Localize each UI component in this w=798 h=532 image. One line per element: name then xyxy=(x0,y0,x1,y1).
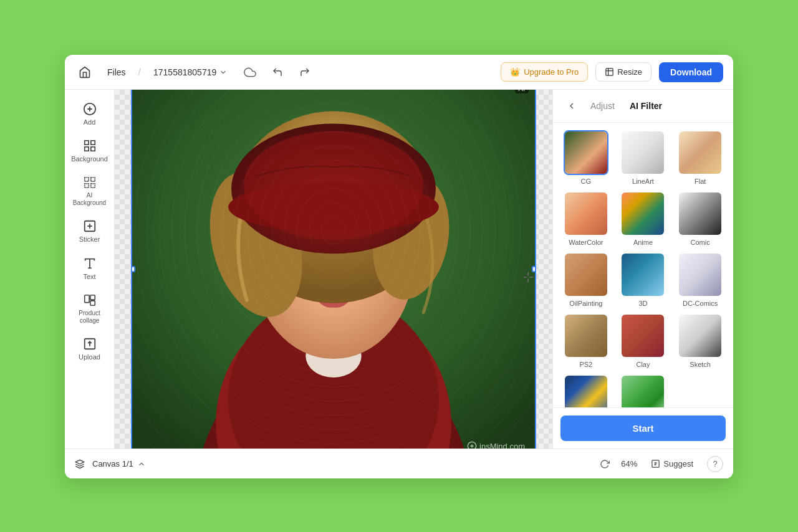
filter-label-watercolor: WaterColor xyxy=(569,239,603,246)
svg-point-45 xyxy=(359,251,365,257)
sidebar-item-product-collage[interactable]: Product collage xyxy=(70,288,110,330)
sidebar-item-label-ai-background: AI Background xyxy=(72,192,107,207)
filter-label-clay: Clay xyxy=(636,361,650,368)
main-image: AI insMind.com xyxy=(132,90,535,449)
filter-thumb-ps2 xyxy=(564,313,608,358)
sidebar-item-sticker[interactable]: Sticker xyxy=(70,214,110,249)
svg-rect-9 xyxy=(90,178,94,181)
handle-middle-left[interactable] xyxy=(131,266,135,272)
filter-thumb-vangogh xyxy=(564,374,608,407)
redo-button[interactable] xyxy=(295,62,315,82)
files-button[interactable]: Files xyxy=(102,65,131,80)
sidebar-item-label-background: Background xyxy=(71,155,108,163)
svg-rect-8 xyxy=(84,178,88,181)
filter-item-ps2[interactable]: PS2 xyxy=(560,313,612,368)
filter-item-ghibli[interactable]: Ghibli xyxy=(618,374,669,407)
filter-thumb-dc-comics xyxy=(678,252,723,297)
filter-item-dc-comics[interactable]: DC-Comics xyxy=(675,252,726,307)
header-separator: / xyxy=(138,67,141,78)
home-button[interactable] xyxy=(75,62,95,82)
body: Add Background AI Background xyxy=(65,90,733,449)
filter-thumb-sketch xyxy=(678,313,723,358)
filter-item-cg[interactable]: CG xyxy=(560,130,612,185)
undo-button[interactable] xyxy=(267,62,287,82)
canvas-label: Canvas 1/1 xyxy=(92,459,133,468)
sidebar-item-add[interactable]: Add xyxy=(70,97,110,131)
sidebar-item-upload[interactable]: Upload xyxy=(70,332,110,366)
filter-item-anime[interactable]: Anime xyxy=(618,191,669,246)
filter-label-cg: CG xyxy=(581,178,592,185)
watermark: insMind.com xyxy=(467,441,525,449)
svg-rect-5 xyxy=(90,141,94,145)
svg-point-46 xyxy=(326,277,341,287)
filter-item-vangogh[interactable]: VanGogh xyxy=(560,374,612,407)
svg-rect-19 xyxy=(90,301,94,305)
help-button[interactable]: ? xyxy=(707,456,723,472)
svg-point-27 xyxy=(278,176,390,288)
sidebar-item-ai-background[interactable]: AI Background xyxy=(70,171,110,212)
svg-point-47 xyxy=(231,112,436,303)
resize-button[interactable]: Resize xyxy=(595,62,651,82)
filter-item-sketch[interactable]: Sketch xyxy=(675,313,726,368)
sidebar-item-label-product-collage: Product collage xyxy=(72,310,107,325)
panel-header: Adjust AI Filter xyxy=(553,90,733,123)
handle-middle-right[interactable] xyxy=(532,266,536,272)
svg-point-42 xyxy=(299,250,316,263)
filter-item-comic[interactable]: Comic xyxy=(675,191,726,246)
filter-label-3d: 3D xyxy=(638,300,647,307)
svg-point-31 xyxy=(185,90,482,381)
filter-thumb-ghibli xyxy=(620,374,665,407)
filter-label-oilpainting: OilPainting xyxy=(569,300,602,307)
filter-item-clay[interactable]: Clay xyxy=(618,313,669,368)
filter-thumb-oilpainting xyxy=(564,252,608,297)
filter-item-oilpainting[interactable]: OilPainting xyxy=(560,252,612,307)
filter-thumb-flat xyxy=(678,130,723,175)
filter-item-watercolor[interactable]: WaterColor xyxy=(560,191,612,246)
filter-item-flat[interactable]: Flat xyxy=(675,130,726,185)
svg-point-26 xyxy=(296,195,370,269)
filter-thumb-3d xyxy=(620,252,665,297)
svg-point-30 xyxy=(213,112,454,353)
canvas-area: New xyxy=(115,90,552,449)
bottom-bar: Canvas 1/1 64% Suggest ? xyxy=(65,449,733,478)
svg-rect-7 xyxy=(90,147,94,151)
refresh-button[interactable] xyxy=(596,455,613,473)
upgrade-button[interactable]: 👑 Upgrade to Pro xyxy=(501,62,588,82)
panel-back-button[interactable] xyxy=(563,97,580,115)
image-frame[interactable]: New xyxy=(131,90,536,449)
right-panel: Adjust AI Filter CGLineArtFlatWaterColor… xyxy=(552,90,733,449)
filter-label-lineart: LineArt xyxy=(632,178,654,185)
canvas-indicator[interactable]: Canvas 1/1 xyxy=(92,459,146,468)
svg-point-44 xyxy=(307,251,313,257)
svg-point-40 xyxy=(294,248,321,265)
suggest-label: Suggest xyxy=(663,459,693,468)
filters-grid: CGLineArtFlatWaterColorAnimeComicOilPain… xyxy=(553,123,733,407)
cloud-save-button[interactable] xyxy=(240,62,260,82)
filter-label-dc-comics: DC-Comics xyxy=(683,300,718,307)
suggest-button[interactable]: Suggest xyxy=(645,456,699,472)
start-button[interactable]: Start xyxy=(560,416,726,441)
svg-rect-0 xyxy=(606,69,613,75)
svg-point-50 xyxy=(231,123,436,254)
filter-item-3d[interactable]: 3D xyxy=(618,252,669,307)
svg-rect-6 xyxy=(84,147,88,151)
svg-point-39 xyxy=(355,264,393,287)
ai-badge: AI xyxy=(515,90,529,93)
filename-button[interactable]: 1715581805719 xyxy=(148,65,233,80)
filter-item-lineart[interactable]: LineArt xyxy=(618,130,669,185)
tab-ai-filter[interactable]: AI Filter xyxy=(625,98,667,113)
layers-button[interactable] xyxy=(75,459,85,469)
download-button[interactable]: Download xyxy=(659,62,723,82)
svg-point-35 xyxy=(228,294,439,449)
sidebar-item-label-sticker: Sticker xyxy=(79,235,100,244)
svg-point-36 xyxy=(305,334,361,378)
svg-point-38 xyxy=(275,264,312,287)
panel-footer: Start xyxy=(553,407,733,449)
sidebar-item-label-upload: Upload xyxy=(79,353,100,361)
svg-point-52 xyxy=(244,131,423,240)
svg-point-51 xyxy=(228,183,439,232)
tab-adjust[interactable]: Adjust xyxy=(585,98,620,113)
sidebar-item-text[interactable]: Text xyxy=(70,252,110,286)
sidebar: Add Background AI Background xyxy=(65,90,115,449)
sidebar-item-background[interactable]: Background xyxy=(70,134,110,168)
